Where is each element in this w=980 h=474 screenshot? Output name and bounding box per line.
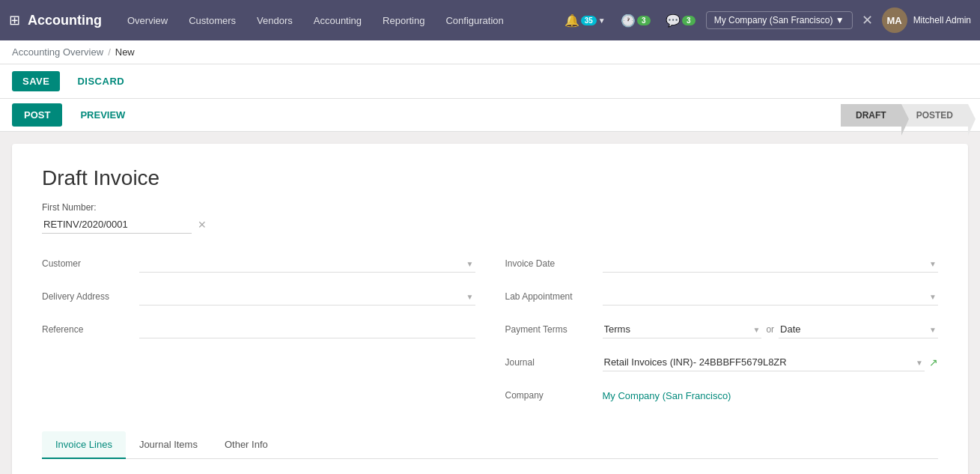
journal-label: Journal — [505, 357, 603, 368]
invoice-date-select[interactable] — [603, 255, 939, 273]
user-avatar[interactable]: MA — [882, 7, 907, 33]
form-right-col: Invoice Date ▼ Lab Appointment ▼ — [505, 252, 939, 416]
invoice-table: Product Label Account Quantity Price Tax… — [42, 471, 938, 474]
journal-select[interactable]: Retail Invoices (INR)- 24BBBFF5679L8ZR — [603, 353, 925, 371]
company-row: Company My Company (San Francisco) — [505, 383, 939, 407]
top-nav: ⊞ Accounting Overview Customers Vendors … — [0, 0, 980, 40]
col-taxes: Taxes — [672, 471, 778, 474]
terms-select[interactable]: Terms — [603, 320, 762, 338]
payment-terms-field: Terms ▼ or Date ▼ — [603, 320, 939, 338]
menu-item-reporting[interactable]: Reporting — [372, 0, 435, 40]
menu-item-configuration[interactable]: Configuration — [435, 0, 514, 40]
username-label: Mitchell Admin — [913, 15, 971, 25]
lab-appointment-field: ▼ — [603, 288, 939, 306]
breadcrumb-separator: / — [108, 46, 111, 58]
journal-external-link-icon[interactable]: ↗ — [929, 356, 938, 368]
chat-icon[interactable]: 💬 3 — [661, 10, 700, 31]
action-bar: SAVE DISCARD — [0, 64, 980, 99]
tab-journal-items[interactable]: Journal Items — [126, 431, 211, 459]
page-title: Draft Invoice — [42, 166, 938, 190]
tabs-bar: Invoice Lines Journal Items Other Info — [42, 431, 938, 459]
company-label: Company — [505, 390, 603, 401]
lab-appointment-select[interactable] — [603, 288, 939, 306]
delivery-address-row: Delivery Address ▼ — [42, 285, 475, 309]
bell-dropdown-icon: ▼ — [598, 16, 606, 25]
lab-appointment-label: Lab Appointment — [505, 291, 603, 302]
col-product: Product — [42, 471, 180, 474]
journal-select-wrap: Retail Invoices (INR)- 24BBBFF5679L8ZR ▼ — [603, 353, 925, 371]
close-icon[interactable]: ✕ — [859, 12, 876, 28]
first-number-label: First Number: — [42, 202, 938, 213]
payment-terms-row: Payment Terms Terms ▼ or Date — [505, 317, 939, 341]
message-icon: 💬 — [666, 13, 681, 28]
status-stages: DRAFT POSTED — [841, 104, 968, 127]
topnav-right: 🔔 35 ▼ 🕐 3 💬 3 My Company (San Francisco… — [560, 7, 971, 33]
clock-icon: 🕐 — [621, 13, 636, 28]
reference-label: Reference — [42, 324, 139, 335]
col-settings: ⋮ — [923, 471, 938, 474]
lab-appointment-row: Lab Appointment ▼ — [505, 285, 939, 309]
journal-row: Journal Retail Invoices (INR)- 24BBBFF56… — [505, 350, 939, 374]
payment-terms-label: Payment Terms — [505, 324, 603, 335]
reference-input[interactable] — [139, 320, 475, 338]
first-number-clear-icon[interactable]: ✕ — [198, 219, 207, 231]
menu-item-overview[interactable]: Overview — [117, 0, 178, 40]
col-account: Account — [282, 471, 427, 474]
activity-icon[interactable]: 🕐 3 — [616, 10, 655, 31]
chat-badge: 3 — [682, 16, 696, 25]
terms-select-wrap: Terms ▼ — [603, 320, 762, 338]
invoice-date-field: ▼ — [603, 255, 939, 273]
delivery-address-field: ▼ — [139, 288, 475, 306]
post-button[interactable]: POST — [12, 103, 62, 127]
tab-invoice-lines[interactable]: Invoice Lines — [42, 431, 126, 459]
menu-item-vendors[interactable]: Vendors — [246, 0, 303, 40]
company-field: My Company (San Francisco) — [603, 390, 939, 401]
breadcrumb-parent-link[interactable]: Accounting Overview — [12, 46, 103, 58]
customer-field: ▼ — [139, 255, 475, 273]
date-select[interactable]: Date — [779, 320, 938, 338]
preview-button[interactable]: PREVIEW — [68, 103, 137, 127]
company-switcher[interactable]: My Company (San Francisco) ▼ — [706, 11, 853, 29]
bell-icon: 🔔 — [564, 13, 579, 28]
invoice-date-label: Invoice Date — [505, 258, 603, 269]
journal-field: Retail Invoices (INR)- 24BBBFF5679L8ZR ▼… — [603, 353, 939, 371]
customer-select[interactable] — [139, 255, 475, 273]
customer-label: Customer — [42, 258, 139, 269]
form-left-col: Customer ▼ Delivery Address ▼ — [42, 252, 475, 416]
stage-posted[interactable]: POSTED — [901, 104, 968, 127]
customer-row: Customer ▼ — [42, 252, 475, 276]
save-button[interactable]: SAVE — [12, 71, 60, 91]
breadcrumb: Accounting Overview / New — [0, 40, 980, 64]
activity-badge: 3 — [637, 16, 651, 25]
form-card: Draft Invoice First Number: ✕ Customer ▼ — [12, 144, 968, 474]
first-number-input[interactable] — [42, 216, 192, 234]
breadcrumb-current: New — [115, 46, 135, 58]
col-subtotal: Subtotal — [778, 471, 923, 474]
company-link[interactable]: My Company (San Francisco) — [603, 390, 731, 401]
app-brand: Accounting — [28, 13, 102, 28]
first-number-wrap: ✕ — [42, 216, 938, 234]
tab-other-info[interactable]: Other Info — [211, 431, 281, 459]
company-name: My Company (San Francisco) — [714, 15, 833, 25]
menu-item-customers[interactable]: Customers — [178, 0, 246, 40]
main-content: Draft Invoice First Number: ✕ Customer ▼ — [0, 132, 980, 474]
col-price: Price — [574, 471, 671, 474]
company-dropdown-icon: ▼ — [836, 15, 844, 25]
menu-item-accounting[interactable]: Accounting — [303, 0, 372, 40]
delivery-address-select[interactable] — [139, 288, 475, 306]
or-text: or — [766, 324, 774, 335]
reference-field — [139, 320, 475, 338]
invoice-date-row: Invoice Date ▼ — [505, 252, 939, 276]
status-bar: POST PREVIEW DRAFT POSTED — [0, 99, 980, 132]
bell-badge: 35 — [581, 16, 597, 25]
form-columns: Customer ▼ Delivery Address ▼ — [42, 252, 938, 416]
reference-row: Reference — [42, 317, 475, 341]
discard-button[interactable]: DISCARD — [66, 70, 136, 92]
stage-draft[interactable]: DRAFT — [841, 104, 901, 127]
delivery-address-label: Delivery Address — [42, 291, 139, 302]
main-menu: Overview Customers Vendors Accounting Re… — [117, 0, 560, 40]
notification-bell[interactable]: 🔔 35 ▼ — [560, 10, 610, 31]
col-label: Label — [180, 471, 282, 474]
grid-icon[interactable]: ⊞ — [9, 12, 20, 28]
date-select-wrap: Date ▼ — [779, 320, 938, 338]
